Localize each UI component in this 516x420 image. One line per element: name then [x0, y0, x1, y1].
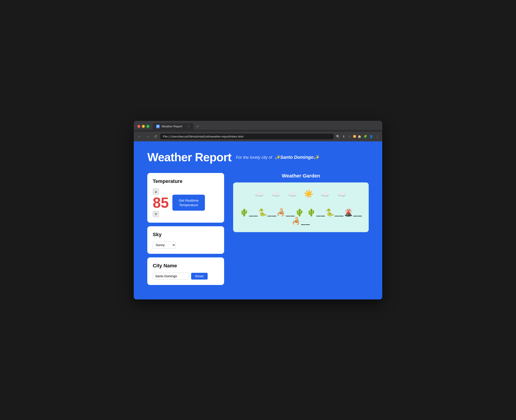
subtitle-prefix: For the lovely city of	[236, 155, 272, 160]
tab-title: Weather Report	[161, 125, 185, 128]
temperature-value: 85	[153, 195, 169, 210]
realtime-btn-line2: Temperature	[179, 203, 198, 207]
realtime-btn-line1: Get Realtime	[179, 198, 199, 202]
tab-close-button[interactable]: ×	[187, 125, 190, 128]
left-column: Temperature ▲ 85 ▼ Get Realtime Temperat…	[147, 173, 224, 285]
sky-card: Sky Sunny Cloudy Rainy Snowy	[147, 226, 224, 254]
get-realtime-button[interactable]: Get Realtime Temperature	[172, 195, 205, 211]
active-tab[interactable]: W Weather Report ×	[153, 123, 194, 130]
city-name-input[interactable]	[153, 273, 189, 279]
temperature-card: Temperature ▲ 85 ▼ Get Realtime Temperat…	[147, 173, 224, 223]
city-name-card: City Name Reset	[147, 257, 224, 285]
city-display: ✨Santo Domingo✨	[274, 155, 319, 160]
tab-bar: W Weather Report × +	[153, 123, 201, 130]
maximize-window-button[interactable]	[146, 125, 149, 128]
temp-decrease-button[interactable]: ▼	[153, 211, 159, 217]
sky-card-title: Sky	[153, 232, 219, 238]
browser-chrome: W Weather Report × +	[134, 121, 382, 130]
browser-window: W Weather Report × + ← → ↺ 🔍 ⬆ ☆ 5 🏠 🧩 👤…	[134, 121, 382, 300]
share-icon[interactable]: ⬆	[341, 134, 346, 139]
menu-icon[interactable]: ⋮	[375, 134, 379, 139]
temperature-card-title: Temperature	[153, 178, 219, 184]
search-icon[interactable]: 🔍	[335, 134, 341, 139]
home-icon[interactable]: 🏠	[357, 134, 362, 139]
city-name-card-title: City Name	[153, 263, 219, 269]
refresh-button[interactable]: ↺	[153, 134, 158, 140]
new-tab-button[interactable]: +	[194, 123, 201, 130]
profile-icon[interactable]: 👤	[369, 134, 374, 139]
forward-button[interactable]: →	[144, 134, 151, 139]
sky-select[interactable]: Sunny Cloudy Rainy Snowy	[153, 242, 176, 248]
reset-button[interactable]: Reset	[191, 273, 208, 279]
city-name-row: Reset	[153, 273, 219, 279]
main-layout: Temperature ▲ 85 ▼ Get Realtime Temperat…	[147, 173, 369, 285]
extensions-icon[interactable]: 🧩	[363, 134, 368, 139]
bookmark-icon[interactable]: ☆	[347, 134, 352, 139]
temp-increase-button[interactable]: ▲	[153, 188, 159, 195]
weather-garden-title: Weather Garden	[233, 173, 369, 179]
page-header: Weather Report For the lovely city of ✨S…	[147, 150, 369, 164]
address-bar[interactable]	[160, 134, 334, 139]
traffic-lights	[137, 125, 149, 128]
temperature-stepper: ▲ 85 ▼	[153, 188, 169, 217]
garden-ground-row: 🌵__🐍__🦂__🌵 🌵__🐍__🌋__🦂__	[238, 208, 364, 225]
weather-garden-box: ☁️ ☁️ ☁️ ☀️ ☁️ ☁️ 🌵__🐍__🦂__🌵 🌵__🐍__🌋__🦂_…	[233, 182, 369, 232]
page-title: Weather Report	[147, 150, 231, 164]
tab-favicon: W	[156, 125, 160, 128]
back-button[interactable]: ←	[137, 134, 143, 139]
minimize-window-button[interactable]	[142, 125, 145, 128]
extension-badge[interactable]: 5	[353, 135, 356, 138]
temperature-inner: ▲ 85 ▼ Get Realtime Temperature	[153, 188, 219, 217]
titlebar: W Weather Report × +	[137, 123, 379, 130]
garden-sky-row: ☁️ ☁️ ☁️ ☀️ ☁️ ☁️	[238, 189, 364, 198]
browser-toolbar: ← → ↺ 🔍 ⬆ ☆ 5 🏠 🧩 👤 ⋮	[134, 132, 382, 141]
right-column: Weather Garden ☁️ ☁️ ☁️ ☀️ ☁️ ☁️ 🌵__🐍__🦂…	[233, 173, 369, 232]
close-window-button[interactable]	[137, 125, 140, 128]
page-subtitle: For the lovely city of ✨Santo Domingo✨	[236, 154, 319, 160]
page-content: Weather Report For the lovely city of ✨S…	[134, 141, 382, 300]
toolbar-icons: 🔍 ⬆ ☆ 5 🏠 🧩 👤 ⋮	[335, 134, 379, 139]
